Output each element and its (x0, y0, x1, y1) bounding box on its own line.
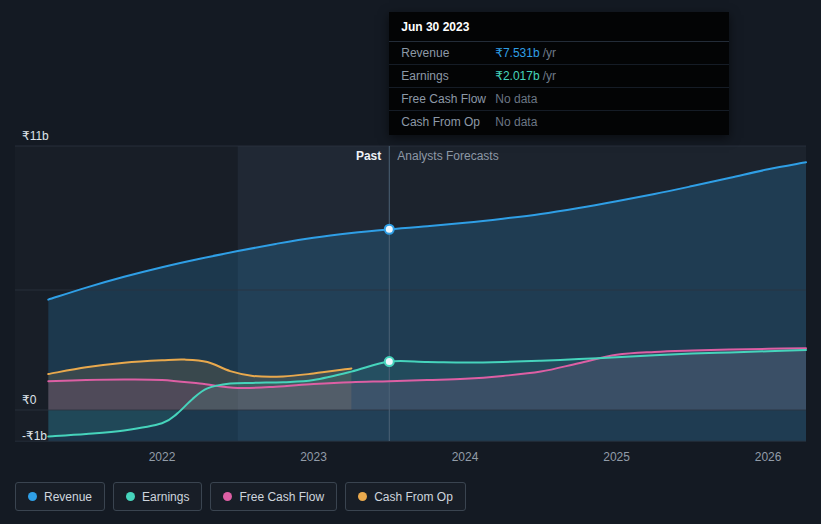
earnings-revenue-chart-panel: 20222023202420252026₹11b₹0-₹1b Past Anal… (0, 0, 821, 524)
tooltip: Jun 30 2023 Revenue₹7.531b/yrEarnings₹2.… (389, 12, 729, 135)
x-axis-label: 2025 (603, 450, 630, 464)
tooltip-row-free-cash-flow: Free Cash FlowNo data (389, 88, 729, 111)
tooltip-row-revenue: Revenue₹7.531b/yr (389, 42, 729, 65)
tooltip-row-label: Free Cash Flow (401, 92, 495, 106)
y-axis-label: -₹1b (22, 429, 47, 443)
x-axis-label: 2022 (149, 450, 176, 464)
legend-item-revenue[interactable]: Revenue (15, 482, 105, 511)
legend: RevenueEarningsFree Cash FlowCash From O… (15, 482, 466, 511)
cash-from-op-dot-icon (358, 492, 367, 501)
y-axis-label: ₹11b (22, 129, 49, 143)
chart-marker-revenue (385, 225, 394, 234)
tooltip-rows: Revenue₹7.531b/yrEarnings₹2.017b/yrFree … (389, 42, 729, 135)
tooltip-row-label: Earnings (401, 69, 495, 83)
legend-item-label: Cash From Op (374, 490, 453, 504)
revenue-dot-icon (28, 492, 37, 501)
tooltip-row-label: Cash From Op (401, 115, 495, 129)
tooltip-row-value: No data (495, 115, 537, 129)
y-axis-label: ₹0 (22, 393, 37, 407)
legend-item-label: Free Cash Flow (239, 490, 324, 504)
tooltip-row-value: No data (495, 92, 537, 106)
legend-item-label: Earnings (142, 490, 189, 504)
tooltip-row-value: ₹2.017b (495, 69, 539, 83)
legend-item-free-cash-flow[interactable]: Free Cash Flow (210, 482, 337, 511)
earnings-dot-icon (126, 492, 135, 501)
x-axis-label: 2023 (300, 450, 327, 464)
tooltip-row-label: Revenue (401, 46, 495, 60)
free-cash-flow-dot-icon (223, 492, 232, 501)
tooltip-row-unit: /yr (543, 46, 556, 60)
legend-item-earnings[interactable]: Earnings (113, 482, 202, 511)
tooltip-row-cash-from-op: Cash From OpNo data (389, 111, 729, 135)
legend-item-cash-from-op[interactable]: Cash From Op (345, 482, 466, 511)
tooltip-row-unit: /yr (543, 69, 556, 83)
legend-item-label: Revenue (44, 490, 92, 504)
tooltip-row-value: ₹7.531b (495, 46, 539, 60)
chart-marker-earnings (385, 357, 394, 366)
analysts-forecasts-label: Analysts Forecasts (397, 149, 498, 163)
x-axis-label: 2024 (452, 450, 479, 464)
tooltip-date: Jun 30 2023 (389, 12, 729, 42)
tooltip-row-earnings: Earnings₹2.017b/yr (389, 65, 729, 88)
past-label: Past (356, 149, 381, 163)
x-axis-label: 2026 (755, 450, 782, 464)
